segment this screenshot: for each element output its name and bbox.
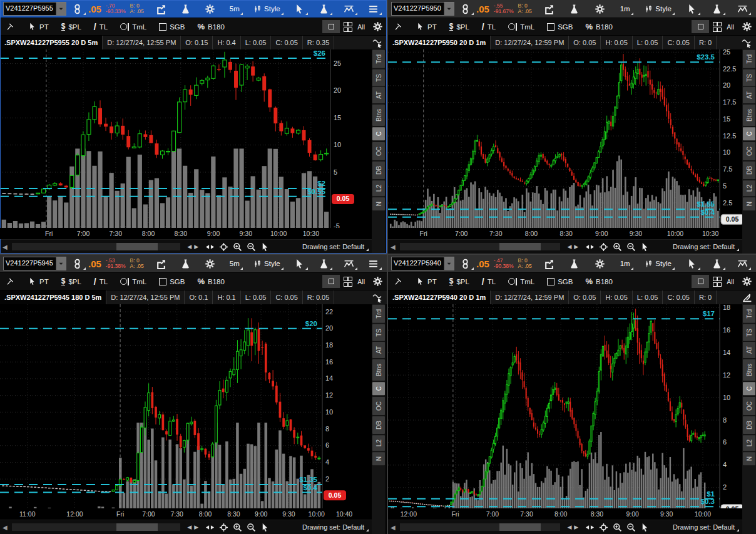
cursor-tool-button[interactable] (293, 257, 306, 270)
tool-tml-button[interactable]: TmL (114, 18, 153, 35)
measure-icon[interactable] (738, 290, 756, 304)
tool-tl-button[interactable]: /TL (476, 18, 502, 35)
panel-tab-ts[interactable]: TS (743, 324, 755, 341)
panel-tab-n[interactable]: N (372, 452, 385, 465)
studies-flask-button[interactable] (317, 257, 330, 270)
link-channel-button[interactable] (459, 2, 472, 16)
panel-tab-ts[interactable]: TS (743, 69, 755, 86)
tool-tml-button[interactable]: TmL (114, 273, 153, 290)
panel-tab-l2[interactable]: L2 (743, 180, 755, 196)
panel-tab-db[interactable]: DB (743, 162, 755, 179)
share-button[interactable] (155, 257, 168, 270)
drawing-set-selector[interactable]: Drawing set: Default (302, 243, 369, 250)
panel-tab-trd[interactable]: Trd (743, 305, 755, 323)
panel-tab-l2[interactable]: L2 (372, 435, 385, 451)
zoom-out-icon[interactable] (247, 523, 256, 532)
grid-layout-button[interactable] (344, 277, 351, 287)
symbol-dropdown-button[interactable] (56, 3, 66, 15)
tool-b180-button[interactable]: %B180 (191, 273, 230, 290)
pin-icon[interactable] (1, 273, 22, 290)
step-arrows[interactable]: ◀▶ (564, 524, 581, 530)
crosshair-target-icon[interactable] (219, 523, 228, 532)
chart-canvas[interactable]: $26$2$0.55252015105-50.05 (0, 49, 372, 228)
cursor-tool-button[interactable] (685, 2, 698, 16)
chart-canvas[interactable]: $20$1.35$0.4222018161412108642-20.05 (0, 304, 372, 508)
settings-gear-button[interactable] (593, 2, 606, 16)
share-button[interactable] (543, 2, 556, 16)
pan-icon[interactable] (585, 523, 595, 532)
zoom-in-icon[interactable] (613, 242, 622, 252)
symbol-input[interactable]: V241227P5950 (391, 2, 454, 16)
settings-gear-button[interactable] (203, 257, 217, 270)
share-button[interactable] (155, 2, 168, 16)
link-channel-button[interactable] (71, 257, 84, 270)
scrollbar-thumb[interactable] (499, 523, 541, 531)
patterns-chart-button[interactable] (736, 2, 749, 16)
studies-flask-button[interactable] (710, 257, 723, 270)
tool-sgb-button[interactable]: SGB (153, 18, 191, 35)
symbol-value[interactable]: V241227P5950 (392, 3, 444, 15)
patterns-chart-button[interactable] (342, 257, 355, 270)
symbol-dropdown-button[interactable] (444, 3, 454, 15)
panel-tab-c[interactable]: C (743, 382, 755, 395)
all-button[interactable]: All (727, 23, 734, 31)
tool-pt-button[interactable]: PT (410, 273, 443, 290)
single-chart-button[interactable] (322, 275, 340, 288)
tool-tl-button[interactable]: /TL (88, 18, 114, 35)
grid-layout-button[interactable] (344, 22, 351, 32)
timeframe-button[interactable]: 5m (228, 257, 241, 270)
link-channel-button[interactable] (459, 257, 472, 270)
chart-scrollbar[interactable] (12, 523, 181, 531)
style-button[interactable]: Style (643, 257, 673, 270)
panel-tab-n[interactable]: N (372, 197, 385, 210)
timeframe-button[interactable]: 1m (619, 257, 631, 270)
single-chart-button[interactable] (692, 20, 709, 33)
panel-tab-trd[interactable]: Trd (372, 305, 385, 323)
settings-gear-button[interactable] (203, 2, 217, 16)
menu-list-button[interactable] (367, 2, 380, 16)
step-arrows[interactable]: ◀▶ (564, 244, 581, 250)
panel-tab-ts[interactable]: TS (372, 324, 385, 341)
pointer-icon[interactable] (260, 242, 270, 252)
analysis-flask-button[interactable] (179, 2, 192, 16)
patterns-chart-button[interactable] (736, 257, 749, 270)
chart-canvas[interactable]: $17$1$0.3181614121086420.05 (388, 304, 742, 508)
drawing-set-selector[interactable]: Drawing set: Default (673, 243, 740, 250)
panel-tab-btns[interactable]: Btns (743, 359, 755, 381)
tool-sgb-button[interactable]: SGB (541, 18, 579, 35)
panel-tab-db[interactable]: DB (743, 416, 755, 434)
analysis-flask-button[interactable] (179, 257, 192, 270)
zoom-out-icon[interactable] (247, 242, 256, 252)
panel-tab-at[interactable]: AT (372, 342, 385, 358)
all-button[interactable]: All (357, 23, 365, 31)
symbol-input[interactable]: V241227P5945 (3, 257, 66, 270)
analysis-flask-button[interactable] (568, 257, 581, 270)
cursor-tool-button[interactable] (685, 257, 698, 270)
patterns-chart-button[interactable] (342, 2, 355, 16)
settings-gear-button[interactable] (593, 257, 606, 270)
tool-pl-button[interactable]: $$PL (55, 273, 88, 290)
panel-tab-ts[interactable]: TS (372, 69, 385, 86)
style-button[interactable]: Style (252, 2, 282, 16)
panel-gear-button[interactable] (372, 21, 383, 32)
drawing-set-selector[interactable]: Drawing set: Default (302, 523, 369, 531)
tool-b180-button[interactable]: %B180 (191, 18, 230, 35)
tool-tml-button[interactable]: TmL (502, 273, 541, 290)
panel-tab-c[interactable]: C (372, 382, 385, 395)
pan-icon[interactable] (585, 242, 595, 252)
tool-tl-button[interactable]: /TL (88, 273, 114, 290)
single-chart-button[interactable] (322, 20, 340, 33)
scroll-left-arrow[interactable]: ◀ (391, 244, 396, 250)
timeframe-button[interactable]: 5m (228, 2, 241, 16)
panel-tab-at[interactable]: AT (743, 87, 755, 103)
tool-sgb-button[interactable]: SGB (541, 273, 579, 290)
scroll-left-arrow[interactable]: ◀ (391, 524, 396, 531)
panel-tab-n[interactable]: N (743, 197, 755, 210)
tool-b180-button[interactable]: %B180 (579, 273, 618, 290)
panel-tab-at[interactable]: AT (743, 342, 755, 358)
panel-tab-trd[interactable]: Trd (743, 50, 755, 68)
pointer-icon[interactable] (640, 523, 650, 532)
panel-tab-trd[interactable]: Trd (372, 50, 385, 68)
tool-pl-button[interactable]: $$PL (55, 18, 88, 35)
symbol-value[interactable]: V241227P5940 (392, 257, 444, 270)
